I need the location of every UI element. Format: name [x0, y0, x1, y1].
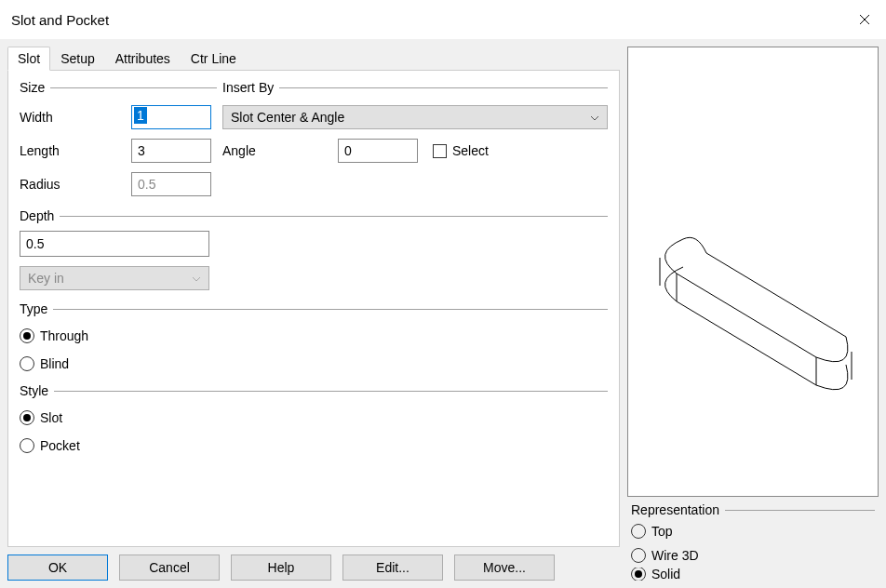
radio-icon [631, 524, 646, 539]
length-input[interactable] [131, 139, 211, 163]
divider [54, 391, 608, 392]
rep-solid-label: Solid [651, 568, 680, 581]
width-input[interactable]: 1 [131, 105, 211, 129]
width-value: 1 [134, 107, 147, 124]
insertby-legend: Insert By [222, 80, 608, 95]
angle-label: Angle [222, 143, 330, 158]
left-panel: Slot Setup Attributes Ctr Line Size [7, 47, 620, 581]
ok-button[interactable]: OK [7, 555, 108, 581]
rep-top-label: Top [651, 524, 673, 539]
type-legend-text: Type [20, 301, 47, 316]
style-slot-label: Slot [40, 410, 62, 425]
radio-icon [631, 568, 646, 581]
style-legend: Style [20, 383, 608, 398]
radio-icon [20, 410, 34, 425]
size-legend: Size [20, 80, 217, 95]
chevron-down-icon [590, 113, 599, 123]
width-label: Width [20, 110, 131, 125]
divider [53, 309, 608, 310]
tab-attributes[interactable]: Attributes [105, 47, 181, 71]
tab-slot[interactable]: Slot [7, 47, 50, 71]
edit-button[interactable]: Edit... [342, 555, 443, 581]
width-insertby-row: Width 1 Slot Center & Angle [20, 102, 608, 132]
type-through-label: Through [40, 328, 88, 343]
depth-legend: Depth [20, 208, 608, 223]
rep-top-radio[interactable]: Top [631, 519, 875, 543]
chevron-down-icon [192, 274, 201, 284]
tab-content: Size Insert By Width [7, 70, 620, 547]
rep-solid-radio[interactable]: Solid [631, 568, 875, 581]
radius-input [131, 172, 211, 196]
insertby-dropdown[interactable]: Slot Center & Angle [222, 105, 608, 129]
depth-mode-text: Key in [28, 271, 64, 286]
tab-strip: Slot Setup Attributes Ctr Line [7, 47, 620, 71]
divider [279, 87, 608, 88]
rep-wire3d-label: Wire 3D [651, 548, 699, 563]
right-panel: Representation Top Wire 3D Solid [627, 47, 879, 581]
close-icon [859, 14, 870, 25]
radio-icon [631, 548, 646, 563]
preview-area [627, 47, 879, 497]
style-pocket-radio[interactable]: Pocket [20, 434, 608, 458]
radio-icon [20, 328, 34, 343]
button-row: OK Cancel Help Edit... Move... [7, 555, 620, 581]
dialog-title: Slot and Pocket [11, 12, 843, 28]
depth-mode-dropdown: Key in [20, 266, 209, 290]
dialog-window: Slot and Pocket Slot Setup Attributes Ct… [0, 0, 886, 588]
divider [725, 510, 875, 511]
insertby-legend-text: Insert By [222, 80, 274, 95]
representation-legend: Representation [631, 502, 875, 517]
radius-label: Radius [20, 177, 131, 192]
length-label: Length [20, 143, 131, 158]
close-button[interactable] [843, 0, 886, 39]
radio-icon [20, 438, 34, 453]
help-button[interactable]: Help [231, 555, 331, 581]
insertby-selected: Slot Center & Angle [231, 110, 344, 125]
style-pocket-label: Pocket [40, 438, 80, 453]
length-angle-row: Length Angle Select [20, 136, 608, 166]
style-legend-text: Style [20, 383, 48, 398]
select-label: Select [452, 143, 489, 158]
divider [60, 216, 608, 217]
tab-setup[interactable]: Setup [50, 47, 105, 71]
depth-legend-text: Depth [20, 208, 54, 223]
type-blind-label: Blind [40, 356, 69, 371]
representation-group: Representation Top Wire 3D Solid [627, 502, 879, 581]
type-legend: Type [20, 301, 608, 316]
tab-ctrline[interactable]: Ctr Line [181, 47, 247, 71]
depth-input[interactable] [20, 231, 209, 257]
move-button[interactable]: Move... [454, 555, 555, 581]
type-blind-radio[interactable]: Blind [20, 352, 608, 376]
size-legend-text: Size [20, 80, 45, 95]
select-checkbox[interactable] [433, 144, 447, 158]
radio-icon [20, 356, 34, 371]
titlebar: Slot and Pocket [0, 0, 886, 39]
rep-wire3d-radio[interactable]: Wire 3D [631, 543, 875, 568]
divider [50, 87, 217, 88]
top-row: Size Insert By [20, 80, 608, 99]
style-slot-radio[interactable]: Slot [20, 406, 608, 430]
representation-legend-text: Representation [631, 502, 719, 517]
angle-input[interactable] [338, 139, 418, 163]
select-checkbox-row[interactable]: Select [433, 143, 489, 158]
cancel-button[interactable]: Cancel [119, 555, 220, 581]
type-through-radio[interactable]: Through [20, 324, 608, 348]
radius-row: Radius [20, 169, 608, 199]
slot-preview-icon [632, 151, 874, 393]
content-area: Slot Setup Attributes Ctr Line Size [0, 39, 886, 588]
